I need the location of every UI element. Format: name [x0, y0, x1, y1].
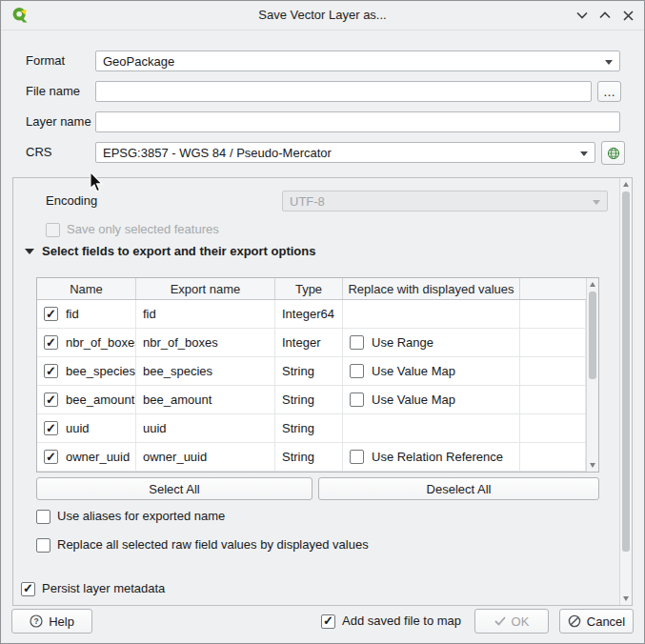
replace-option-checkbox[interactable]	[350, 450, 364, 464]
field-name-label: fid	[66, 307, 79, 321]
crs-label: CRS	[26, 142, 51, 163]
layer-name-label: Layer name	[26, 111, 91, 132]
field-type-cell: String	[275, 414, 343, 442]
persist-metadata-checkbox[interactable]	[21, 582, 35, 596]
layer-name-input[interactable]	[95, 111, 620, 132]
field-type-cell: String	[275, 386, 343, 413]
help-button[interactable]: ? Help	[11, 609, 92, 634]
crs-combo[interactable]: EPSG:3857 - WGS 84 / Pseudo-Mercator	[95, 142, 595, 163]
replace-option-label: Use Value Map	[372, 364, 455, 378]
title-bar: Save Vector Layer as...	[1, 1, 644, 30]
field-replace-cell: Use Relation Reference	[343, 443, 520, 471]
scroll-down-icon[interactable]	[623, 596, 629, 601]
replace-option-checkbox[interactable]	[350, 335, 364, 350]
options-scrollbar-thumb[interactable]	[622, 191, 630, 552]
scroll-up-icon[interactable]	[623, 182, 629, 187]
field-replace-cell	[343, 300, 520, 328]
field-filler-cell	[520, 357, 586, 385]
browse-button[interactable]: …	[597, 81, 621, 102]
save-vector-layer-dialog: { "window": { "title": "Save Vector Laye…	[0, 0, 645, 644]
chevron-down-icon	[593, 200, 600, 205]
use-aliases-checkbox-row[interactable]: Use aliases for exported name	[36, 509, 225, 524]
field-replace-cell: Use Value Map	[343, 386, 520, 413]
fields-table-body: fidfidInteger64nbr_of_boxesnbr_of_boxesI…	[37, 300, 598, 472]
fields-section-label: Select fields to export and their export…	[42, 244, 316, 258]
save-only-selected-checkbox	[46, 223, 60, 237]
fields-section-header[interactable]: Select fields to export and their export…	[25, 244, 316, 258]
svg-text:?: ?	[34, 616, 39, 626]
fields-table: Name Export name Type Replace with displ…	[36, 277, 599, 473]
table-row: nbr_of_boxesnbr_of_boxesIntegerUse Range	[37, 329, 586, 357]
column-header-name[interactable]: Name	[37, 278, 136, 299]
field-type-cell: String	[275, 443, 343, 471]
field-replace-cell	[343, 414, 520, 442]
format-label: Format	[26, 50, 65, 71]
table-scrollbar[interactable]	[586, 278, 598, 472]
window-minimize-button[interactable]	[574, 8, 591, 23]
window-close-button[interactable]	[619, 8, 636, 23]
field-export-name-cell[interactable]: bee_amount	[136, 386, 275, 413]
options-scroll-area: Encoding UTF-8 Save only selected featur…	[12, 177, 633, 606]
crs-picker-button[interactable]	[601, 141, 625, 165]
field-checkbox[interactable]	[44, 307, 58, 321]
field-filler-cell	[520, 386, 586, 413]
field-name-cell: fid	[37, 300, 136, 328]
window-maximize-button[interactable]	[596, 8, 614, 23]
table-scrollbar-thumb[interactable]	[589, 292, 596, 379]
field-export-name-cell[interactable]: bee_species	[136, 357, 275, 385]
encoding-label: Encoding	[46, 191, 97, 211]
field-checkbox[interactable]	[44, 450, 58, 464]
field-checkbox[interactable]	[44, 421, 58, 435]
field-name-label: uuid	[66, 421, 90, 435]
column-header-replace[interactable]: Replace with displayed values	[343, 278, 520, 299]
chevron-down-icon	[580, 151, 588, 156]
ok-button[interactable]: OK	[474, 609, 549, 634]
add-to-map-checkbox[interactable]	[321, 614, 335, 629]
select-all-button[interactable]: Select All	[36, 477, 312, 500]
chevron-up-icon	[599, 11, 611, 19]
field-filler-cell	[520, 300, 586, 328]
encoding-value: UTF-8	[290, 194, 325, 209]
field-type-cell: Integer64	[275, 300, 343, 328]
table-row: bee_amountbee_amountStringUse Value Map	[37, 386, 586, 414]
field-name-cell: nbr_of_boxes	[37, 329, 136, 356]
format-value: GeoPackage	[103, 54, 174, 69]
field-filler-cell	[520, 443, 586, 471]
table-row: owner_uuidowner_uuidStringUse Relation R…	[37, 443, 586, 472]
column-header-type[interactable]: Type	[275, 278, 343, 299]
scroll-down-icon[interactable]	[590, 463, 595, 468]
field-export-name-cell[interactable]: owner_uuid	[136, 443, 275, 471]
field-export-name-cell[interactable]: fid	[136, 300, 275, 328]
field-checkbox[interactable]	[44, 335, 58, 350]
file-name-input[interactable]	[95, 81, 592, 102]
replace-option-checkbox[interactable]	[350, 392, 364, 407]
field-filler-cell	[520, 329, 586, 356]
add-to-map-checkbox-row[interactable]: Add saved file to map	[321, 614, 461, 629]
field-checkbox[interactable]	[44, 364, 58, 378]
format-combo[interactable]: GeoPackage	[95, 50, 620, 71]
save-only-selected-checkbox-row: Save only selected features	[46, 222, 219, 237]
table-row: fidfidInteger64	[37, 300, 586, 329]
persist-metadata-checkbox-row[interactable]: Persist layer metadata	[21, 581, 165, 596]
cancel-button[interactable]: Cancel	[559, 609, 634, 634]
field-checkbox[interactable]	[44, 392, 58, 407]
replace-raw-checkbox[interactable]	[36, 538, 50, 553]
field-name-label: bee_amount	[66, 392, 134, 407]
replace-option-label: Use Value Map	[372, 392, 455, 407]
replace-raw-checkbox-row[interactable]: Replace all selected raw field values by…	[36, 537, 369, 553]
use-aliases-checkbox[interactable]	[36, 510, 50, 524]
field-replace-cell: Use Range	[343, 329, 520, 356]
field-export-name-cell[interactable]: uuid	[136, 414, 275, 442]
replace-option-checkbox[interactable]	[350, 364, 364, 378]
table-row: uuiduuidString	[37, 414, 586, 443]
column-header-export-name[interactable]: Export name	[136, 278, 275, 299]
field-name-label: bee_species	[66, 364, 135, 378]
field-name-cell: bee_amount	[37, 386, 136, 413]
scroll-up-icon[interactable]	[590, 282, 595, 287]
column-header-filler	[520, 278, 586, 299]
add-to-map-label: Add saved file to map	[342, 614, 461, 629]
options-scrollbar[interactable]	[619, 178, 632, 605]
deselect-all-button[interactable]: Deselect All	[318, 477, 599, 500]
field-export-name-cell[interactable]: nbr_of_boxes	[136, 329, 275, 356]
file-name-label: File name	[26, 81, 80, 102]
